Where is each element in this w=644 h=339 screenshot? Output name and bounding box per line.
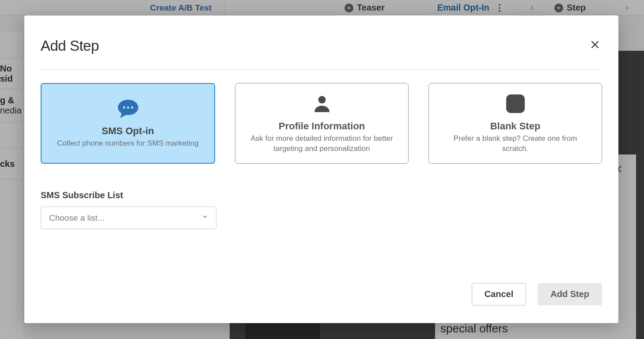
person-icon (313, 93, 331, 114)
modal-title: Add Step (41, 38, 99, 54)
cancel-button[interactable]: Cancel (472, 283, 527, 305)
square-icon (506, 93, 525, 114)
sms-subscribe-list-select[interactable]: Choose a list... (41, 207, 216, 229)
add-step-modal: Add Step SMS Opt-in Collect phone number… (24, 15, 618, 323)
field-label: SMS Subscribe List (41, 190, 216, 200)
svg-point-0 (123, 106, 125, 109)
option-title: SMS Opt-in (102, 125, 154, 137)
svg-point-3 (318, 96, 326, 103)
option-profile-information[interactable]: Profile Information Ask for more detaile… (235, 83, 409, 164)
divider (41, 69, 602, 70)
close-icon (590, 45, 600, 51)
option-desc: Ask for more detailed information for be… (248, 134, 396, 154)
option-title: Blank Step (490, 121, 541, 132)
option-sms-opt-in[interactable]: SMS Opt-in Collect phone numbers for SMS… (41, 83, 215, 164)
step-options: SMS Opt-in Collect phone numbers for SMS… (41, 83, 602, 164)
chevron-down-icon (202, 214, 208, 222)
option-blank-step[interactable]: Blank Step Prefer a blank step? Create o… (428, 83, 602, 164)
modal-actions: Cancel Add Step (41, 283, 602, 305)
svg-point-2 (131, 106, 133, 109)
svg-rect-4 (506, 94, 525, 113)
add-step-button[interactable]: Add Step (538, 283, 602, 305)
option-desc: Collect phone numbers for SMS marketing (57, 139, 198, 149)
sms-subscribe-list-field: SMS Subscribe List Choose a list... (41, 190, 216, 229)
speech-bubble-icon (117, 98, 139, 119)
close-button[interactable] (588, 38, 602, 53)
svg-point-1 (127, 106, 129, 109)
option-title: Profile Information (279, 121, 365, 132)
option-desc: Prefer a blank step? Create one from scr… (441, 134, 589, 154)
select-placeholder: Choose a list... (49, 213, 105, 223)
